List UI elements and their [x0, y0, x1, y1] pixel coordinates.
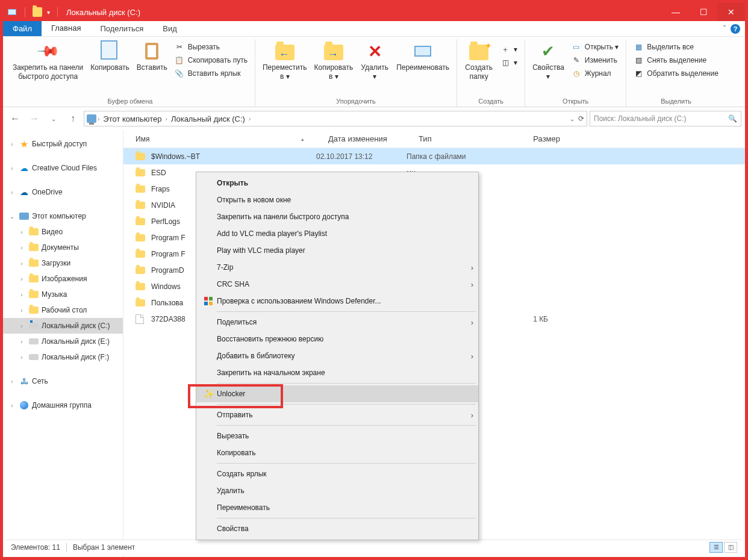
copy-path-button[interactable]: 📋Скопировать путь — [171, 54, 251, 67]
ctx-properties[interactable]: Свойства — [196, 520, 478, 537]
new-item-button[interactable]: ＋▾ — [497, 43, 521, 56]
maximize-button[interactable]: ☐ — [690, 3, 717, 21]
folder-icon — [136, 283, 145, 290]
ctx-rename[interactable]: Переименовать — [196, 499, 478, 516]
select-none-icon: ▧ — [634, 55, 643, 65]
ctx-vlc-add[interactable]: Add to VLC media player's Playlist — [196, 225, 478, 242]
open-button[interactable]: ▭Открыть ▾ — [568, 40, 622, 54]
ctx-restore-previous[interactable]: Восстановить прежнюю версию — [196, 331, 478, 347]
sidebar-item-disk-f[interactable]: ›Локальный диск (F:) — [3, 349, 123, 365]
view-large-icons-button[interactable]: ◫ — [724, 542, 737, 553]
chevron-right-icon[interactable]: › — [98, 116, 99, 122]
move-to-button[interactable]: ← Переместить в ▾ — [259, 39, 311, 84]
invert-selection-button[interactable]: ◩Обратить выделение — [630, 67, 722, 80]
new-folder-button[interactable]: ✦ Создать папку — [461, 39, 497, 84]
status-bar: Элементов: 11 Выбран 1 элемент ☰ ◫ — [6, 540, 742, 554]
file-type: Папка с файлами — [407, 152, 494, 161]
col-name[interactable]: Имя▴ — [136, 135, 328, 143]
tab-view[interactable]: Вид — [153, 21, 187, 36]
search-input[interactable]: Поиск: Локальный диск (C:) 🔍 — [590, 111, 741, 126]
sidebar-item-quick-access[interactable]: ›★Быстрый доступ — [3, 136, 123, 152]
sidebar-item-music[interactable]: ›Музыка — [3, 287, 123, 302]
help-icon[interactable]: ? — [731, 24, 740, 34]
collapse-ribbon-icon[interactable]: ˆ — [723, 25, 726, 33]
sidebar-item-homegroup[interactable]: ›Домашняя группа — [3, 397, 123, 413]
rename-button[interactable]: Переименовать — [393, 39, 453, 75]
properties-button[interactable]: ✔ Свойства ▾ — [529, 39, 568, 84]
chevron-right-icon: › — [471, 352, 473, 361]
sort-asc-icon: ▴ — [301, 136, 304, 142]
chevron-down-icon[interactable]: ⌄ — [570, 116, 575, 122]
chevron-right-icon[interactable]: › — [166, 116, 167, 122]
view-details-button[interactable]: ☰ — [709, 542, 723, 553]
col-type[interactable]: Тип — [419, 134, 506, 143]
breadcrumb-root[interactable]: Этот компьютер — [101, 114, 164, 123]
file-name: $Windows.~BT — [151, 152, 200, 161]
copy-button[interactable]: Копировать — [87, 39, 133, 75]
tab-home[interactable]: Главная — [42, 21, 90, 36]
sidebar-item-onedrive[interactable]: ›☁OneDrive — [3, 184, 123, 200]
sidebar-item-this-pc[interactable]: ⌄Этот компьютер — [3, 208, 123, 224]
pin-quick-access-button[interactable]: 📌 Закрепить на панели быстрого доступа — [9, 39, 87, 84]
copy-to-button[interactable]: → Копировать в ▾ — [311, 39, 357, 84]
sidebar-item-network[interactable]: ›🖧Сеть — [3, 373, 123, 389]
file-date: 02.10.2017 13:12 — [316, 152, 407, 161]
file-name: ProgramD — [151, 266, 184, 275]
svg-rect-1 — [8, 10, 16, 14]
tab-share[interactable]: Поделиться — [90, 21, 153, 36]
ctx-share[interactable]: Поделиться› — [196, 314, 478, 331]
qat-dropdown-icon[interactable]: ▾ — [47, 9, 50, 16]
select-all-button[interactable]: ▦Выделить все — [630, 40, 722, 54]
refresh-button[interactable]: ⟳ — [578, 114, 584, 123]
chevron-right-icon[interactable]: › — [249, 116, 251, 122]
onedrive-icon: ☁ — [20, 187, 28, 197]
address-bar[interactable]: › Этот компьютер › Локальный диск (C:) ›… — [84, 111, 587, 126]
ctx-copy[interactable]: Копировать — [196, 444, 478, 461]
ctx-send-to[interactable]: Отправить› — [196, 406, 478, 423]
ctx-cut[interactable]: Вырезать — [196, 428, 478, 444]
sidebar-item-video[interactable]: ›Видео — [3, 224, 123, 240]
recent-button[interactable]: ⌄ — [45, 110, 62, 127]
ctx-7zip[interactable]: 7-Zip› — [196, 259, 478, 276]
folder-icon — [136, 218, 145, 225]
easy-access-button[interactable]: ◫▾ — [497, 56, 521, 69]
edit-button[interactable]: ✎Изменить — [568, 54, 622, 67]
delete-button[interactable]: ✕ Удалить ▾ — [357, 39, 393, 84]
cut-button[interactable]: ✂Вырезать — [171, 40, 251, 54]
folder-icon: ← — [275, 45, 295, 60]
ctx-defender[interactable]: Проверка с использованием Windows Defend… — [196, 293, 478, 310]
breadcrumb-current[interactable]: Локальный диск (C:) — [169, 114, 248, 123]
tab-file[interactable]: Файл — [3, 21, 42, 36]
paste-button[interactable]: Вставить — [133, 39, 171, 75]
ctx-delete[interactable]: Удалить — [196, 482, 478, 499]
back-button[interactable]: ← — [7, 110, 23, 127]
file-row[interactable]: $Windows.~BT02.10.2017 13:12Папка с файл… — [123, 148, 745, 164]
ctx-open-new-window[interactable]: Открыть в новом окне — [196, 191, 478, 208]
minimize-button[interactable]: — — [662, 3, 690, 21]
col-date[interactable]: Дата изменения — [328, 134, 419, 143]
ctx-add-library[interactable]: Добавить в библиотеку› — [196, 347, 478, 364]
sidebar-item-disk-c[interactable]: ›Локальный диск (C:) — [3, 318, 123, 334]
sidebar-item-documents[interactable]: ›Документы — [3, 240, 123, 255]
select-none-button[interactable]: ▧Снять выделение — [630, 54, 722, 67]
ctx-vlc-play[interactable]: Play with VLC media player — [196, 242, 478, 259]
up-button[interactable]: ↑ — [64, 110, 81, 127]
folder-icon — [33, 7, 42, 17]
ctx-unlocker[interactable]: ✨Unlocker — [196, 385, 478, 402]
sidebar-item-desktop[interactable]: ›Рабочий стол — [3, 302, 123, 318]
col-size[interactable]: Размер — [506, 134, 560, 143]
sidebar-item-disk-e[interactable]: ›Локальный диск (E:) — [3, 334, 123, 349]
ctx-open[interactable]: Открыть — [196, 175, 478, 191]
paste-shortcut-button[interactable]: 📎Вставить ярлык — [171, 67, 251, 80]
new-item-icon: ＋ — [500, 45, 510, 54]
ctx-create-shortcut[interactable]: Создать ярлык — [196, 465, 478, 482]
sidebar-item-images[interactable]: ›Изображения — [3, 271, 123, 287]
close-button[interactable]: ✕ — [717, 3, 745, 21]
sidebar-item-creative-cloud[interactable]: ›☁Creative Cloud Files — [3, 160, 123, 176]
history-button[interactable]: ◷Журнал — [568, 67, 622, 80]
forward-button[interactable]: → — [26, 110, 43, 127]
ctx-pin-start[interactable]: Закрепить на начальном экране — [196, 364, 478, 381]
ctx-crc-sha[interactable]: CRC SHA› — [196, 276, 478, 293]
sidebar-item-downloads[interactable]: ›Загрузки — [3, 255, 123, 271]
ctx-pin-quick-access[interactable]: Закрепить на панели быстрого доступа — [196, 208, 478, 225]
